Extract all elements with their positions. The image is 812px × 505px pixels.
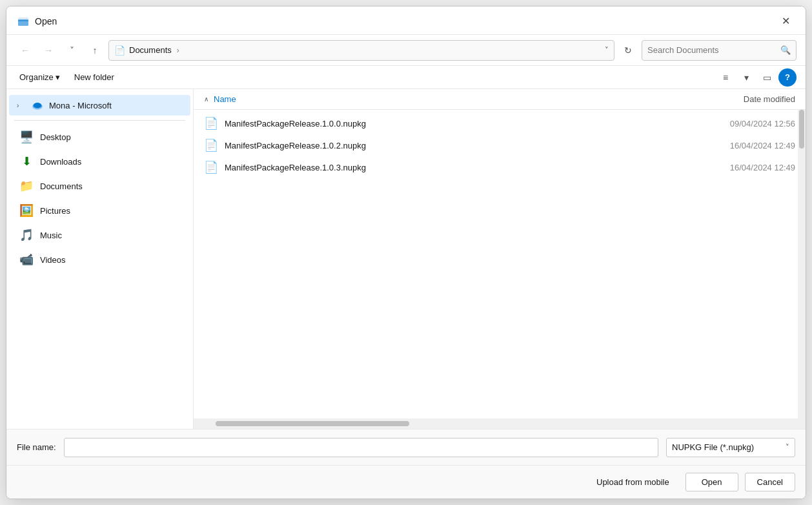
bottom-bar: File name: NUPKG File (*.nupkg) ˅ [6, 429, 806, 465]
collapse-button[interactable]: ∧ [204, 96, 208, 103]
sidebar-item-videos[interactable]: 📹 Videos 📌 [9, 248, 190, 271]
action-bar: Upload from mobile Open Cancel [6, 465, 806, 499]
refresh-button[interactable]: ↻ [618, 41, 638, 60]
downloads-icon: ⬇ [19, 154, 34, 169]
documents-icon: 📁 [19, 179, 34, 193]
organize-button[interactable]: Organize ▾ [15, 70, 64, 84]
table-row[interactable]: 📄 ManifestPackageRelease.1.0.0.nupkg 09/… [194, 112, 806, 134]
pane-button[interactable]: ▭ [758, 68, 776, 87]
dialog-title: Open [35, 16, 57, 26]
breadcrumb-separator: › [176, 45, 179, 55]
forward-button[interactable]: → [39, 41, 58, 60]
back-button[interactable]: ← [15, 41, 35, 60]
sidebar-label-pictures: Pictures [40, 206, 165, 216]
open-button[interactable]: Open [685, 473, 738, 491]
secondary-toolbar: Organize ▾ New folder ≡ ▾ ▭ ? [6, 66, 806, 89]
title-bar-left: Open [17, 15, 57, 28]
sidebar-label-music: Music [40, 231, 165, 240]
file-icon-1: 📄 [204, 138, 218, 152]
pictures-icon: 🖼️ [19, 203, 34, 218]
toolbar-right: ≡ ▾ ▭ ? [716, 68, 797, 87]
file-date-1: 16/04/2024 12:49 [666, 141, 795, 150]
open-dialog-icon [17, 15, 30, 28]
sidebar-divider [14, 120, 185, 121]
sidebar-item-documents[interactable]: 📁 Documents 📌 [9, 174, 190, 198]
desktop-icon: 🖥️ [19, 130, 34, 144]
file-name-1: ManifestPackageRelease.1.0.2.nupkg [225, 141, 660, 150]
file-type-dropdown[interactable]: NUPKG File (*.nupkg) ˅ [666, 438, 795, 457]
sidebar-cloud-label: Mona - Microsoft [49, 101, 112, 110]
column-name[interactable]: Name [214, 92, 666, 107]
sidebar-item-pictures[interactable]: 🖼️ Pictures 📌 [9, 199, 190, 222]
address-bar[interactable]: 📄 Documents › ˅ [108, 40, 614, 61]
upload-from-mobile-button[interactable]: Upload from mobile [587, 473, 679, 491]
view-dropdown-button[interactable]: ▾ [737, 68, 755, 87]
vertical-scrollbar-track[interactable] [798, 110, 806, 418]
search-icon: 🔍 [780, 45, 791, 55]
horizontal-scrollbar-thumb[interactable] [216, 421, 409, 426]
sidebar-item-desktop[interactable]: 🖥️ Desktop 📌 [9, 125, 190, 149]
table-row[interactable]: 📄 ManifestPackageRelease.1.0.3.nupkg 16/… [194, 156, 806, 178]
title-bar: Open ✕ [6, 6, 806, 35]
file-icon-2: 📄 [204, 160, 218, 174]
videos-icon: 📹 [19, 252, 34, 267]
file-name-input[interactable] [70, 442, 653, 452]
sidebar-label-videos: Videos [40, 255, 165, 265]
file-name-2: ManifestPackageRelease.1.0.3.nupkg [225, 163, 660, 172]
file-date-0: 09/04/2024 12:56 [666, 119, 795, 129]
file-icon-0: 📄 [204, 116, 218, 130]
file-type-label: NUPKG File (*.nupkg) [672, 442, 754, 452]
open-dialog: Open ✕ ← → ˅ ↑ 📄 Documents › ˅ ↻ [6, 6, 806, 499]
horizontal-scroll[interactable] [194, 418, 806, 429]
view-options-button[interactable]: ≡ [716, 68, 735, 87]
sidebar-chevron-icon: › [17, 102, 26, 109]
sidebar-label-downloads: Downloads [40, 157, 165, 167]
file-area: ∧ Name Date modified 📄 ManifestPackageRe… [194, 89, 806, 429]
cancel-button[interactable]: Cancel [745, 473, 795, 491]
address-dropdown-icon[interactable]: ˅ [605, 46, 609, 54]
up-button[interactable]: ↑ [85, 41, 105, 60]
main-content: › Mona - Microsoft 🖥️ Desktop 📌 ⬇ Downlo… [6, 89, 806, 429]
sidebar-label-desktop: Desktop [40, 132, 165, 142]
sidebar-item-downloads[interactable]: ⬇ Downloads 📌 [9, 150, 190, 173]
file-list: 📄 ManifestPackageRelease.1.0.0.nupkg 09/… [194, 110, 806, 418]
sidebar: › Mona - Microsoft 🖥️ Desktop 📌 ⬇ Downlo… [6, 89, 194, 429]
close-button[interactable]: ✕ [776, 12, 795, 31]
search-box[interactable]: 🔍 [642, 40, 797, 61]
help-button[interactable]: ? [778, 68, 797, 87]
navigation-toolbar: ← → ˅ ↑ 📄 Documents › ˅ ↻ 🔍 [6, 35, 806, 66]
file-date-2: 16/04/2024 12:49 [666, 163, 795, 172]
sidebar-cloud-item[interactable]: › Mona - Microsoft [9, 95, 190, 116]
column-date[interactable]: Date modified [666, 92, 795, 107]
dropdown-recent-button[interactable]: ˅ [62, 41, 81, 60]
table-row[interactable]: 📄 ManifestPackageRelease.1.0.2.nupkg 16/… [194, 134, 806, 156]
file-name-label: File name: [17, 442, 56, 452]
sidebar-label-documents: Documents [40, 181, 165, 191]
address-folder-icon: 📄 [114, 45, 125, 56]
file-list-header: ∧ Name Date modified [194, 89, 806, 110]
file-name-input-wrap[interactable] [64, 438, 658, 457]
sidebar-item-music[interactable]: 🎵 Music 📌 [9, 223, 190, 247]
new-folder-button[interactable]: New folder [69, 70, 119, 84]
file-name-0: ManifestPackageRelease.1.0.0.nupkg [225, 119, 660, 129]
file-type-dropdown-arrow: ˅ [786, 443, 789, 451]
onedrive-icon [31, 99, 44, 112]
svg-point-4 [34, 103, 41, 108]
music-icon: 🎵 [19, 228, 34, 242]
search-input[interactable] [647, 45, 776, 55]
breadcrumb: Documents › [129, 45, 182, 55]
vertical-scrollbar-thumb[interactable] [799, 110, 804, 149]
